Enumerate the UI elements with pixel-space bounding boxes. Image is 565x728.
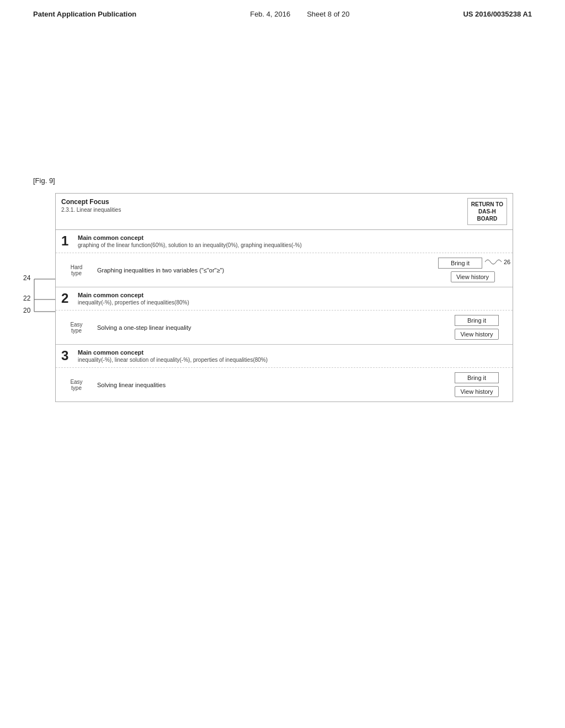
actions-block-2: Bring it View history <box>446 315 513 340</box>
concept-focus-box: Concept Focus 2.3.1. Linear inequalities… <box>55 193 513 402</box>
concept-title-3: Main common concept <box>78 349 507 356</box>
section-row-3: 3 Main common concept inequality(-%), li… <box>56 345 513 402</box>
detail-row-1: Hard type Graphing inequalities in two v… <box>56 253 513 287</box>
publication-date: Feb. 4, 2016 <box>250 10 290 18</box>
view-history-button-2[interactable]: View history <box>455 329 499 340</box>
concept-desc-2: inequality(-%), properties of inequaliti… <box>78 299 507 306</box>
concept-number-3: 3 <box>61 349 72 362</box>
sheet-info: Sheet 8 of 20 <box>307 10 349 18</box>
main-concept-row-1: 1 Main common concept graphing of the li… <box>56 230 513 253</box>
return-to-board-button[interactable]: RETURN TODAS-HBOARD <box>467 198 507 225</box>
concept-focus-header: Concept Focus 2.3.1. Linear inequalities… <box>56 194 513 230</box>
annotation-lines-svg: 24 22 20 <box>22 221 66 331</box>
main-concept-row-3: 3 Main common concept inequality(-%), li… <box>56 345 513 368</box>
detail-text-2: Solving a one-step linear inequality <box>92 324 446 331</box>
concept-focus-subtitle: 2.3.1. Linear inequalities <box>61 207 121 213</box>
concept-focus-title-block: Concept Focus 2.3.1. Linear inequalities <box>61 198 121 213</box>
fig-label: [Fig. 9] <box>33 176 55 185</box>
concept-desc-3: inequality(-%), linear solution of inequ… <box>78 357 507 363</box>
diagram-container: 24 22 20 Concept Focus 2.3.1. Linear ine… <box>55 193 513 402</box>
annotation-22-label: 22 <box>23 295 31 302</box>
type-label-3: Easy type <box>61 378 92 392</box>
page-header: Patent Application Publication Feb. 4, 2… <box>0 0 565 24</box>
squiggle-svg-1: 26 <box>485 256 507 267</box>
header-center: Feb. 4, 2016 Sheet 8 of 20 <box>250 10 349 18</box>
concept-text-block-2: Main common concept inequality(-%), prop… <box>78 292 507 306</box>
actions-block-3: Bring it View history <box>446 372 513 397</box>
detail-text-3: Solving linear inequalities <box>92 382 446 388</box>
actions-block-1: Bring it 26 View history <box>438 258 513 282</box>
concept-title-2: Main common concept <box>78 292 507 298</box>
bring-it-row-1: Bring it 26 <box>438 258 507 269</box>
concept-focus-title: Concept Focus <box>61 198 121 206</box>
concept-text-block-1: Main common concept graphing of the line… <box>78 234 507 248</box>
publication-label: Patent Application Publication <box>33 10 136 18</box>
main-concept-row-2: 2 Main common concept inequality(-%), pr… <box>56 287 513 311</box>
detail-row-3: Easy type Solving linear inequalities Br… <box>56 368 513 402</box>
section-row-1: 1 Main common concept graphing of the li… <box>56 230 513 287</box>
bring-it-button-2[interactable]: Bring it <box>455 315 499 326</box>
concept-title-1: Main common concept <box>78 234 507 241</box>
patent-number: US 2016/0035238 A1 <box>463 10 532 18</box>
svg-text:26: 26 <box>504 259 510 265</box>
concept-desc-1: graphing of the linear function(60%), so… <box>78 242 507 248</box>
annotation-24-label: 24 <box>23 274 31 282</box>
concept-text-block-3: Main common concept inequality(-%), line… <box>78 349 507 363</box>
annotation-20-label: 20 <box>23 307 31 314</box>
section-row-2: 2 Main common concept inequality(-%), pr… <box>56 287 513 345</box>
detail-row-2: Easy type Solving a one-step linear ineq… <box>56 311 513 344</box>
bring-it-button-3[interactable]: Bring it <box>455 372 499 383</box>
detail-text-1: Graphing inequalities in two variables (… <box>92 267 438 274</box>
bring-it-button-1[interactable]: Bring it <box>438 258 482 269</box>
view-history-button-3[interactable]: View history <box>455 386 499 397</box>
view-history-button-1[interactable]: View history <box>451 271 495 282</box>
